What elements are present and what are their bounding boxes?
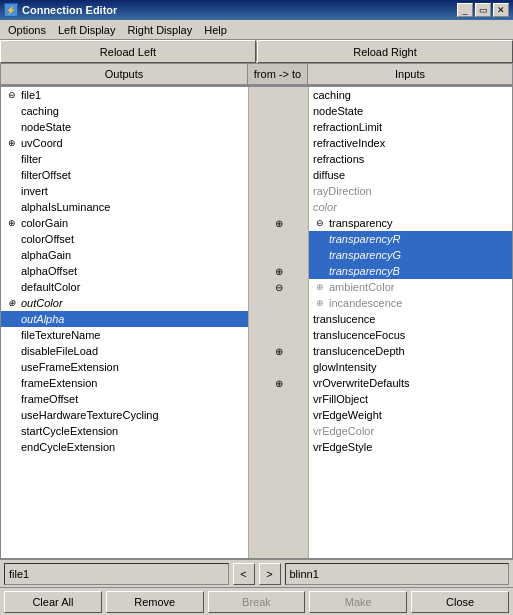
menu-help[interactable]: Help: [198, 20, 233, 39]
list-item[interactable]: refractiveIndex: [309, 135, 512, 151]
list-item[interactable]: vrEdgeStyle: [309, 439, 512, 455]
list-item[interactable]: ⊕ outColor: [1, 295, 248, 311]
list-item[interactable]: refractionLimit: [309, 119, 512, 135]
item-label: outAlpha: [21, 313, 64, 325]
list-item[interactable]: ⊕ ambientColor: [309, 279, 512, 295]
list-item[interactable]: colorOffset: [1, 231, 248, 247]
item-label: useFrameExtension: [21, 361, 119, 373]
list-item[interactable]: vrEdgeWeight: [309, 407, 512, 423]
list-item[interactable]: nodeState: [1, 119, 248, 135]
item-label: useHardwareTextureCycling: [21, 409, 159, 421]
arrow-right-button[interactable]: >: [259, 563, 281, 585]
list-item[interactable]: defaultColor: [1, 279, 248, 295]
list-item[interactable]: nodeState: [309, 103, 512, 119]
list-item[interactable]: frameOffset: [1, 391, 248, 407]
action-bar: Clear All Remove Break Make Close: [0, 587, 513, 615]
inputs-header: Inputs: [308, 64, 513, 84]
list-item[interactable]: vrEdgeColor: [309, 423, 512, 439]
list-item[interactable]: glowIntensity: [309, 359, 512, 375]
list-item[interactable]: startCycleExtension: [1, 423, 248, 439]
break-button[interactable]: Break: [208, 591, 306, 613]
right-node-label: blinn1: [285, 563, 510, 585]
list-item[interactable]: alphaIsLuminance: [1, 199, 248, 215]
plus-icon[interactable]: ⊕: [5, 296, 19, 310]
plus-icon[interactable]: ⊕: [313, 296, 327, 310]
list-item[interactable]: refractions: [309, 151, 512, 167]
middle-panel: ⊕ ⊕ ⊖ ⊕ ⊕: [249, 87, 309, 558]
item-label: transparencyB: [329, 265, 400, 277]
list-item[interactable]: useFrameExtension: [1, 359, 248, 375]
reload-left-button[interactable]: Reload Left: [0, 40, 256, 63]
item-label: refractiveIndex: [313, 137, 385, 149]
list-item[interactable]: translucenceFocus: [309, 327, 512, 343]
list-item[interactable]: transparencyG: [309, 247, 512, 263]
item-label: frameExtension: [21, 377, 97, 389]
item-label: vrOverwriteDefaults: [313, 377, 410, 389]
list-item[interactable]: color: [309, 199, 512, 215]
list-item[interactable]: rayDirection: [309, 183, 512, 199]
menu-right-display[interactable]: Right Display: [121, 20, 198, 39]
list-item[interactable]: caching: [1, 103, 248, 119]
item-label: translucenceDepth: [313, 345, 405, 357]
item-label: colorOffset: [21, 233, 74, 245]
minus-icon[interactable]: ⊖: [313, 216, 327, 230]
minimize-button[interactable]: _: [457, 3, 473, 17]
list-item[interactable]: caching: [309, 87, 512, 103]
list-item[interactable]: fileTextureName: [1, 327, 248, 343]
list-item[interactable]: transparencyR: [309, 231, 512, 247]
outputs-root-label: file1: [21, 89, 41, 101]
list-item[interactable]: outAlpha: [1, 311, 248, 327]
list-item[interactable]: translucenceDepth: [309, 343, 512, 359]
list-item[interactable]: ⊕ colorGain: [1, 215, 248, 231]
list-item[interactable]: alphaGain: [1, 247, 248, 263]
plus-icon[interactable]: ⊕: [5, 216, 19, 230]
list-item[interactable]: filter: [1, 151, 248, 167]
list-item[interactable]: ⊕ incandescence: [309, 295, 512, 311]
list-item[interactable]: endCycleExtension: [1, 439, 248, 455]
list-item[interactable]: invert: [1, 183, 248, 199]
list-item[interactable]: translucence: [309, 311, 512, 327]
item-label: refractionLimit: [313, 121, 382, 133]
outputs-header: Outputs: [0, 64, 248, 84]
list-item[interactable]: diffuse: [309, 167, 512, 183]
item-label: vrEdgeColor: [313, 425, 374, 437]
plus-icon[interactable]: ⊕: [5, 136, 19, 150]
item-label: defaultColor: [21, 281, 80, 293]
list-item[interactable]: useHardwareTextureCycling: [1, 407, 248, 423]
item-label: refractions: [313, 153, 364, 165]
list-item[interactable]: alphaOffset: [1, 263, 248, 279]
item-label: transparencyG: [329, 249, 401, 261]
list-item[interactable]: vrOverwriteDefaults: [309, 375, 512, 391]
maximize-button[interactable]: ▭: [475, 3, 491, 17]
item-label: translucence: [313, 313, 375, 325]
item-label: alphaGain: [21, 249, 71, 261]
list-item[interactable]: frameExtension: [1, 375, 248, 391]
outputs-panel[interactable]: ⊖ file1 caching nodeState ⊕ uvCoord filt…: [1, 87, 249, 558]
item-label: diffuse: [313, 169, 345, 181]
item-label: frameOffset: [21, 393, 78, 405]
remove-button[interactable]: Remove: [106, 591, 204, 613]
item-label: transparencyR: [329, 233, 401, 245]
list-item[interactable]: disableFileLoad: [1, 343, 248, 359]
item-label: color: [313, 201, 337, 213]
make-button[interactable]: Make: [309, 591, 407, 613]
item-label: incandescence: [329, 297, 402, 309]
list-item[interactable]: ⊕ uvCoord: [1, 135, 248, 151]
menu-options[interactable]: Options: [2, 20, 52, 39]
menu-left-display[interactable]: Left Display: [52, 20, 121, 39]
inputs-panel[interactable]: caching nodeState refractionLimit refrac…: [309, 87, 512, 558]
list-item[interactable]: vrFillObject: [309, 391, 512, 407]
list-item[interactable]: filterOffset: [1, 167, 248, 183]
item-label: endCycleExtension: [21, 441, 115, 453]
outputs-root[interactable]: ⊖ file1: [1, 87, 248, 103]
list-item[interactable]: transparencyB: [309, 263, 512, 279]
close-window-button[interactable]: ✕: [493, 3, 509, 17]
plus-icon[interactable]: ⊕: [313, 280, 327, 294]
clear-all-button[interactable]: Clear All: [4, 591, 102, 613]
item-label: startCycleExtension: [21, 425, 118, 437]
arrow-left-button[interactable]: <: [233, 563, 255, 585]
close-button[interactable]: Close: [411, 591, 509, 613]
reload-right-button[interactable]: Reload Right: [257, 40, 513, 63]
list-item[interactable]: ⊖ transparency: [309, 215, 512, 231]
minus-icon[interactable]: ⊖: [5, 88, 19, 102]
